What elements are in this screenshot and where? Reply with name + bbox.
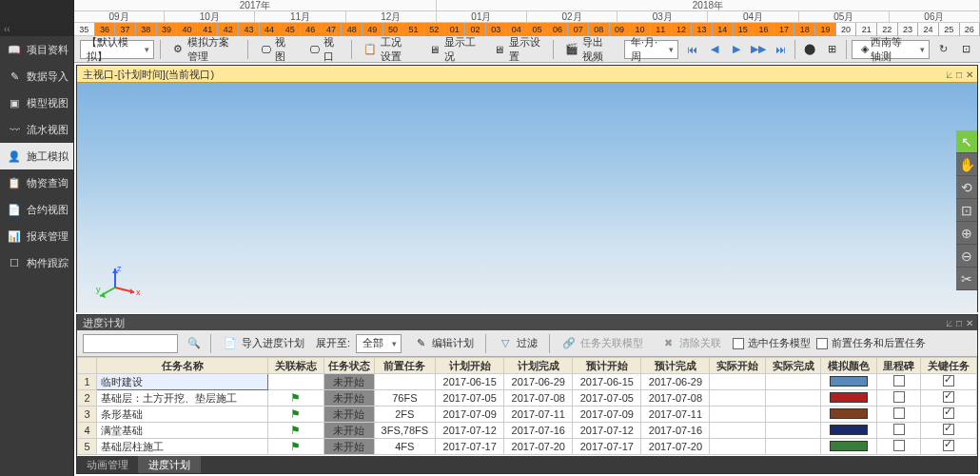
timeline-week[interactable]: 26 [960,23,980,36]
export-video-button[interactable]: 🎬导出视频 [559,33,618,66]
hand-tool[interactable]: ✋ [956,153,977,176]
sidebar-item-cube[interactable]: ▣模型视图 [0,89,73,116]
task-name-cell[interactable]: 基础层：土方开挖、垫层施工 [97,390,268,407]
sidebar-item-water[interactable]: 〰流水视图 [0,116,73,143]
maximize-icon[interactable]: □ [956,67,962,84]
key-task-cell[interactable] [921,374,977,390]
column-header[interactable]: 预计完成 [641,358,710,374]
milestone-cell[interactable] [877,423,921,439]
timeline-week[interactable]: 15 [734,23,755,36]
clear-link-button[interactable]: ✖清除关联 [655,334,727,353]
key-task-cell[interactable] [921,423,977,439]
record-button[interactable]: ⬤ [801,40,817,59]
column-header[interactable]: 实际开始 [710,358,766,374]
milestone-cell[interactable] [877,439,921,455]
timeline-week[interactable]: 38 [136,23,157,36]
display-settings-button[interactable]: 🖥显示设置 [488,33,547,66]
milestone-cell[interactable] [877,407,921,423]
task-name-cell[interactable]: 条形基础 [97,407,268,423]
filter-button[interactable]: ▽过滤 [492,334,543,353]
column-header[interactable]: 计划完成 [504,358,573,374]
condition-settings-button[interactable]: 📋工况设置 [358,33,417,66]
extra-1[interactable]: ↻ [935,40,951,59]
first-button[interactable]: ⏮ [684,40,700,59]
color-cell[interactable] [821,439,877,455]
next-button[interactable]: ▶▶ [751,40,767,59]
pin-icon[interactable]: ⟀ [947,316,952,331]
last-button[interactable]: ⏭ [773,40,789,59]
sidebar-item-report[interactable]: 📊报表管理 [0,223,73,249]
column-header[interactable]: 计划开始 [436,358,504,374]
sidebar-item-pencil[interactable]: ✎数据导入 [0,63,73,89]
column-header[interactable]: 任务状态 [323,358,374,374]
sidebar-item-clipboard[interactable]: 📋物资查询 [0,169,73,196]
column-header[interactable]: 里程碑 [877,358,921,374]
close-icon[interactable]: ✕ [966,316,973,331]
table-row[interactable]: 1临时建设未开始2017-06-152017-06-292017-06-1520… [78,374,977,390]
close-icon[interactable]: ✕ [966,67,973,84]
timeline-week[interactable]: 14 [713,23,734,36]
sim-combo[interactable]: 【默认模拟】 [80,40,154,59]
table-row[interactable]: 4满堂基础⚑未开始3FS,78FS2017-07-122017-07-16201… [78,423,977,439]
color-cell[interactable] [821,407,877,423]
schedule-tab[interactable]: 动画管理 [77,456,139,473]
zoom-in-tool[interactable]: ⊕ [956,222,977,245]
timeline-week[interactable]: 25 [939,23,960,36]
table-row[interactable]: 5基础层柱施工⚑未开始4FS2017-07-172017-07-202017-0… [78,439,977,455]
timeline-week[interactable]: 24 [918,23,939,36]
timeline-week[interactable]: 18 [794,23,815,36]
ymw-combo[interactable]: 年·月·周 [624,40,678,59]
pin-icon[interactable]: ⟀ [947,67,952,84]
select-task-model-checkbox[interactable]: 选中任务模型 [733,336,811,350]
task-name-cell[interactable]: 满堂基础 [97,423,268,439]
color-cell[interactable] [821,423,877,439]
edit-plan-button[interactable]: ✎编辑计划 [407,334,480,353]
color-cell[interactable] [821,390,877,407]
table-row[interactable]: 2基础层：土方开挖、垫层施工⚑未开始76FS2017-07-052017-07-… [78,390,977,407]
link-model-button[interactable]: 🔗任务关联模型 [556,334,649,353]
timeline-week[interactable]: 16 [754,23,774,36]
show-condition-button[interactable]: 🖥显示工况 [422,33,481,66]
task-name-cell[interactable]: 基础层柱施工 [97,439,268,455]
zoom-ext-tool[interactable]: ⊡ [956,199,977,222]
play-button[interactable]: ▶ [728,40,744,59]
timeline-week[interactable]: 12 [672,23,693,36]
collapse-handle[interactable]: ‹‹ [4,24,10,34]
sidebar-item-book[interactable]: 📖项目资料 [0,36,73,63]
expand-combo[interactable]: 全部 [356,334,402,353]
key-task-cell[interactable] [921,390,977,407]
key-task-cell[interactable] [921,407,977,423]
search-input[interactable] [83,334,178,353]
orbit-tool[interactable]: ⟲ [956,176,977,199]
key-task-cell[interactable] [921,439,977,455]
view-button-1[interactable]: 🖵视图 [254,33,297,66]
front-back-task-checkbox[interactable]: 前置任务和后置任务 [816,336,926,350]
column-header[interactable]: 关联标志 [268,358,324,374]
import-plan-button[interactable]: 📄导入进度计划 [217,334,310,353]
sidebar-item-track[interactable]: ☐构件跟踪 [0,249,73,276]
column-header[interactable]: 实际完成 [765,358,821,374]
timeline-week[interactable]: 20 [836,23,857,36]
extra-2[interactable]: ⊡ [958,40,974,59]
column-header[interactable]: 预计开始 [573,358,641,374]
task-name-cell[interactable]: 临时建设 [97,374,268,390]
timeline-week[interactable]: 17 [774,23,795,36]
search-button[interactable]: 🔍 [184,334,205,353]
section-tool[interactable]: ✂ [956,268,977,290]
timeline-week[interactable]: 19 [815,23,836,36]
prev-button[interactable]: ◀ [706,40,722,59]
sidebar-item-contract[interactable]: 📄合约视图 [0,196,73,223]
schedule-tab[interactable]: 进度计划 [139,456,201,473]
cursor-tool[interactable]: ↖ [956,130,977,153]
column-header[interactable]: 模拟颜色 [821,358,877,374]
column-header[interactable]: 关键任务 [921,358,977,374]
column-header[interactable]: 前置任务 [374,358,436,374]
column-header[interactable]: 任务名称 [97,358,268,374]
grid-button[interactable]: ⊞ [823,40,839,59]
zoom-out-tool[interactable]: ⊖ [956,245,977,268]
maximize-icon[interactable]: □ [956,316,962,331]
timeline-week[interactable]: 13 [692,23,713,36]
sidebar-item-builder[interactable]: 👤施工模拟 [0,143,73,169]
viewport-button[interactable]: 🖵视口 [303,33,345,66]
sim-plan-mgr-button[interactable]: ⚙模拟方案管理 [167,33,243,66]
